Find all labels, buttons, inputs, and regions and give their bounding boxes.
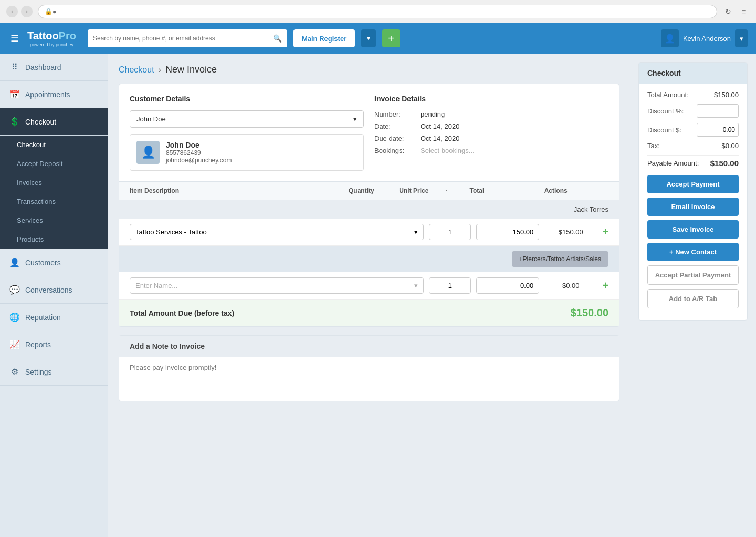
refresh-button[interactable]: ↻	[722, 6, 734, 17]
sidebar-item-reputation[interactable]: 🌐 Reputation	[0, 304, 108, 331]
customer-phone: 8557862439	[166, 149, 232, 157]
total-amount-label: Total Amount:	[647, 91, 689, 99]
user-area: 👤 Kevin Anderson ▾	[661, 29, 748, 47]
payable-label: Payable Amount:	[647, 159, 699, 167]
sidebar-subitem-services[interactable]: Services	[0, 211, 108, 230]
item1-price[interactable]	[476, 224, 539, 240]
new-contact-button[interactable]: + New Contact	[647, 243, 739, 261]
total-amount-value: $150.00	[714, 91, 739, 99]
sidebar-subitem-products[interactable]: Products	[0, 230, 108, 249]
register-button[interactable]: Main Register	[293, 29, 355, 47]
item2-add-button[interactable]: +	[602, 280, 608, 292]
discount-pct-row: Discount %:	[647, 104, 739, 118]
sidebar-subitem-invoices[interactable]: Invoices	[0, 173, 108, 192]
sidebar-label-settings: Settings	[25, 368, 52, 376]
search-input[interactable]	[93, 35, 270, 42]
checkout-panel-header: Checkout	[639, 63, 747, 84]
item2-chevron: ▾	[414, 282, 418, 290]
item-row-1: Tattoo Services - Tattoo ▾ $150.00 +	[119, 219, 619, 246]
item2-select[interactable]: Enter Name... ▾	[130, 277, 424, 294]
sidebar-subitem-checkout[interactable]: Checkout	[0, 136, 108, 154]
breadcrumb-parent[interactable]: Checkout	[119, 65, 154, 75]
table-header: Item Description Quantity Unit Price · T…	[119, 182, 619, 200]
register-dropdown-button[interactable]: ▾	[361, 29, 376, 47]
artist-row: +Piercers/Tattoo Artists/Sales	[119, 246, 619, 272]
content-area: Checkout › New Invoice Customer Details …	[108, 54, 630, 537]
item1-quantity[interactable]	[429, 224, 471, 240]
user-dropdown-button[interactable]: ▾	[735, 29, 748, 47]
tax-value: $0.00	[721, 142, 739, 150]
col-dot: ·	[445, 187, 450, 194]
hamburger-button[interactable]: ☰	[8, 30, 21, 46]
sidebar-label-conversations: Conversations	[25, 286, 72, 294]
sidebar-item-conversations[interactable]: 💬 Conversations	[0, 276, 108, 304]
breadcrumb-separator: ›	[159, 65, 161, 75]
accept-partial-payment-button[interactable]: Accept Partial Payment	[647, 265, 739, 285]
reputation-icon: 🌐	[9, 312, 20, 322]
total-amount: $150.00	[571, 307, 608, 319]
accept-payment-button[interactable]: Accept Payment	[647, 175, 739, 193]
bookings-value[interactable]: Select bookings...	[421, 147, 475, 154]
customer-info: John Doe 8557862439 johndoe@punchey.com	[166, 141, 232, 164]
sidebar-item-dashboard[interactable]: ⠿ Dashboard	[0, 54, 108, 81]
add-to-ar-button[interactable]: Add to A/R Tab	[647, 289, 739, 308]
browser-menu-button[interactable]: ≡	[738, 6, 750, 17]
items-table: Item Description Quantity Unit Price · T…	[119, 181, 619, 326]
search-icon[interactable]: 🔍	[273, 34, 282, 43]
forward-button[interactable]: ›	[21, 6, 33, 17]
item2-quantity[interactable]	[429, 277, 471, 294]
discount-pct-input[interactable]	[697, 104, 739, 118]
browser-nav: ‹ ›	[6, 6, 33, 17]
customer-email: johndoe@punchey.com	[166, 157, 232, 164]
logo-sub: powered by punchey	[27, 42, 76, 47]
sidebar-item-customers[interactable]: 👤 Customers	[0, 249, 108, 276]
settings-icon: ⚙	[9, 367, 20, 377]
add-button[interactable]: +	[382, 29, 400, 47]
breadcrumb: Checkout › New Invoice	[119, 64, 620, 75]
item1-add-button[interactable]: +	[602, 226, 608, 238]
back-button[interactable]: ‹	[6, 6, 18, 17]
sidebar-subitem-accept-deposit[interactable]: Accept Deposit	[0, 154, 108, 173]
item1-name: Tattoo Services - Tattoo	[135, 228, 207, 236]
main-layout: ⠿ Dashboard 📅 Appointments 💲 Checkout Ch…	[0, 54, 756, 537]
sidebar-label-reputation: Reputation	[25, 313, 61, 322]
total-label: Total Amount Due (before tax)	[130, 309, 571, 317]
sidebar-subitem-transactions[interactable]: Transactions	[0, 192, 108, 211]
bookings-label: Bookings:	[374, 147, 416, 154]
logo: Tattoo Pro powered by punchey	[27, 30, 76, 47]
sidebar-item-appointments[interactable]: 📅 Appointments	[0, 81, 108, 108]
customer-section: Customer Details John Doe ▾ 👤 John Doe 8…	[130, 95, 364, 171]
col-actions: Actions	[503, 187, 608, 194]
date-label: Date:	[374, 122, 416, 130]
col-total: Total	[450, 187, 503, 194]
customer-select-chevron: ▾	[353, 115, 357, 123]
breadcrumb-current: New Invoice	[165, 64, 217, 75]
invoice-section: Invoice Details Number: pending Date: Oc…	[374, 95, 608, 171]
discount-dollar-input[interactable]	[697, 123, 739, 137]
sidebar-item-settings[interactable]: ⚙ Settings	[0, 358, 108, 386]
payable-value: $150.00	[710, 159, 739, 168]
sidebar-item-reports[interactable]: 📈 Reports	[0, 331, 108, 358]
notes-header: Add a Note to Invoice	[119, 336, 619, 357]
email-invoice-button[interactable]: Email Invoice	[647, 198, 739, 216]
notes-textarea[interactable]	[119, 357, 619, 399]
number-value: pending	[421, 110, 445, 118]
discount-pct-label: Discount %:	[647, 107, 684, 115]
item2-price[interactable]	[476, 277, 539, 294]
col-qty: Quantity	[340, 187, 382, 194]
dashboard-icon: ⠿	[9, 62, 20, 72]
customer-select-dropdown[interactable]: John Doe ▾	[130, 110, 364, 128]
item1-select[interactable]: Tattoo Services - Tattoo ▾	[130, 224, 424, 240]
app-header: ☰ Tattoo Pro powered by punchey 🔍 Main R…	[0, 23, 756, 54]
invoice-section-title: Invoice Details	[374, 95, 608, 103]
browser-actions: ↻ ≡	[722, 6, 750, 17]
invoice-row-bookings: Bookings: Select bookings...	[374, 147, 608, 154]
save-invoice-button[interactable]: Save Invoice	[647, 220, 739, 239]
customer-card: 👤 John Doe 8557862439 johndoe@punchey.co…	[130, 134, 364, 171]
jack-torres-label: Jack Torres	[574, 205, 608, 213]
conversations-icon: 💬	[9, 285, 20, 295]
artist-button[interactable]: +Piercers/Tattoo Artists/Sales	[512, 251, 608, 267]
payable-row: Payable Amount: $150.00	[647, 155, 739, 168]
sidebar-label-reports: Reports	[25, 340, 51, 349]
sidebar-item-checkout[interactable]: 💲 Checkout	[0, 108, 108, 136]
